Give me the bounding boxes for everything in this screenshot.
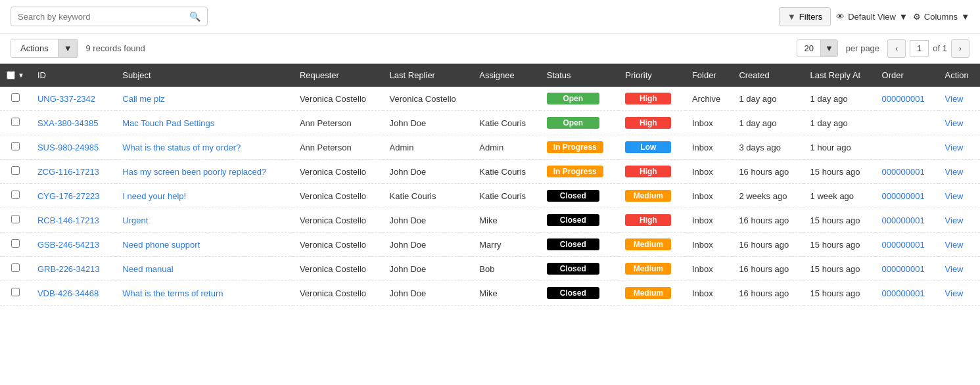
th-created: Created bbox=[732, 64, 803, 87]
row-action[interactable]: View bbox=[939, 184, 980, 208]
row-last-replier: John Doe bbox=[383, 257, 473, 281]
priority-badge: Medium bbox=[625, 238, 671, 250]
row-order[interactable]: 000000001 bbox=[875, 184, 939, 208]
row-order[interactable]: 000000001 bbox=[875, 281, 939, 306]
row-last-reply-at: 15 hours ago bbox=[804, 233, 875, 257]
left-controls: Actions ▼ 9 records found bbox=[11, 39, 145, 58]
row-action[interactable]: View bbox=[939, 208, 980, 233]
row-action[interactable]: View bbox=[939, 281, 980, 306]
row-action[interactable]: View bbox=[939, 135, 980, 160]
table-row: UNG-337-2342 Call me plz Veronica Costel… bbox=[0, 87, 980, 111]
filters-button[interactable]: ▼ Filters bbox=[779, 7, 831, 26]
th-checkbox: ▼ bbox=[0, 64, 31, 87]
row-order[interactable] bbox=[875, 135, 939, 160]
row-priority: High bbox=[618, 111, 686, 135]
status-badge: Open bbox=[547, 93, 599, 104]
priority-badge: Medium bbox=[625, 287, 671, 299]
row-last-reply-at: 15 hours ago bbox=[804, 281, 875, 306]
row-checkbox[interactable] bbox=[11, 263, 20, 272]
row-order[interactable]: 000000001 bbox=[875, 208, 939, 233]
row-status: Closed bbox=[540, 281, 619, 306]
row-id: GRB-226-34213 bbox=[31, 257, 116, 281]
select-all-checkbox[interactable] bbox=[7, 71, 15, 79]
row-subject[interactable]: What is the status of my order? bbox=[116, 135, 293, 160]
th-priority: Priority bbox=[618, 64, 686, 87]
row-folder: Inbox bbox=[686, 257, 732, 281]
row-status: Open bbox=[540, 111, 619, 135]
row-order[interactable] bbox=[875, 111, 939, 135]
row-last-reply-at: 1 week ago bbox=[804, 184, 875, 208]
row-order[interactable]: 000000001 bbox=[875, 160, 939, 184]
row-checkbox[interactable] bbox=[11, 166, 20, 175]
row-checkbox[interactable] bbox=[11, 93, 20, 102]
row-checkbox[interactable] bbox=[11, 142, 20, 150]
priority-badge: Medium bbox=[625, 190, 671, 202]
row-action[interactable]: View bbox=[939, 111, 980, 135]
columns-button[interactable]: ⚙ Columns ▼ bbox=[913, 12, 969, 22]
th-requester: Requester bbox=[293, 64, 383, 87]
search-icon: 🔍 bbox=[189, 11, 200, 22]
row-assignee: Marry bbox=[473, 233, 540, 257]
row-subject[interactable]: What is the terms of return bbox=[116, 281, 293, 306]
row-status: Closed bbox=[540, 184, 619, 208]
row-checkbox[interactable] bbox=[11, 118, 20, 126]
row-folder: Inbox bbox=[686, 184, 732, 208]
actions-dropdown[interactable]: Actions ▼ bbox=[11, 39, 78, 58]
row-checkbox[interactable] bbox=[11, 239, 20, 248]
row-subject[interactable]: Call me plz bbox=[116, 87, 293, 111]
search-input[interactable] bbox=[18, 12, 189, 22]
row-checkbox[interactable] bbox=[11, 215, 20, 223]
row-subject[interactable]: I need your help! bbox=[116, 184, 293, 208]
actions-arrow-icon[interactable]: ▼ bbox=[58, 39, 78, 57]
priority-badge: High bbox=[625, 214, 671, 226]
row-checkbox-cell bbox=[0, 257, 31, 281]
row-created: 16 hours ago bbox=[732, 160, 803, 184]
row-action[interactable]: View bbox=[939, 257, 980, 281]
row-status: Closed bbox=[540, 208, 619, 233]
table-row: GSB-246-54213 Need phone support Veronic… bbox=[0, 233, 980, 257]
row-created: 16 hours ago bbox=[732, 233, 803, 257]
row-id: RCB-146-17213 bbox=[31, 208, 116, 233]
next-page-button[interactable]: › bbox=[951, 39, 969, 58]
prev-page-button[interactable]: ‹ bbox=[887, 39, 906, 58]
row-priority: High bbox=[618, 160, 686, 184]
row-created: 1 day ago bbox=[732, 111, 803, 135]
row-checkbox[interactable] bbox=[11, 288, 20, 296]
per-page-select[interactable]: 20 ▼ bbox=[797, 39, 837, 57]
row-created: 2 weeks ago bbox=[732, 184, 803, 208]
row-order[interactable]: 000000001 bbox=[875, 257, 939, 281]
row-last-reply-at: 15 hours ago bbox=[804, 208, 875, 233]
row-order[interactable]: 000000001 bbox=[875, 233, 939, 257]
row-subject[interactable]: Urgent bbox=[116, 208, 293, 233]
row-id: VDB-426-34468 bbox=[31, 281, 116, 306]
search-box[interactable]: 🔍 bbox=[11, 7, 208, 26]
row-checkbox-cell bbox=[0, 111, 31, 135]
default-view-button[interactable]: 👁 Default View ▼ bbox=[836, 12, 908, 22]
row-last-replier: John Doe bbox=[383, 233, 473, 257]
row-action[interactable]: View bbox=[939, 87, 980, 111]
row-subject[interactable]: Mac Touch Pad Settings bbox=[116, 111, 293, 135]
row-id: GSB-246-54213 bbox=[31, 233, 116, 257]
row-folder: Inbox bbox=[686, 233, 732, 257]
table-row: ZCG-116-17213 Has my screen been poorly … bbox=[0, 160, 980, 184]
table-row: SUS-980-24985 What is the status of my o… bbox=[0, 135, 980, 160]
row-order[interactable]: 000000001 bbox=[875, 87, 939, 111]
row-action[interactable]: View bbox=[939, 160, 980, 184]
row-assignee: Mike bbox=[473, 281, 540, 306]
chevron-down-icon-2: ▼ bbox=[961, 12, 969, 22]
row-checkbox[interactable] bbox=[11, 191, 20, 199]
row-last-replier: John Doe bbox=[383, 160, 473, 184]
row-priority: High bbox=[618, 87, 686, 111]
per-page-arrow-icon[interactable]: ▼ bbox=[820, 40, 837, 57]
th-checkbox-arrow[interactable]: ▼ bbox=[18, 72, 24, 79]
row-checkbox-cell bbox=[0, 87, 31, 111]
row-subject[interactable]: Need phone support bbox=[116, 233, 293, 257]
th-assignee: Assignee bbox=[473, 64, 540, 87]
row-created: 1 day ago bbox=[732, 87, 803, 111]
row-subject[interactable]: Need manual bbox=[116, 257, 293, 281]
top-right-controls: ▼ Filters 👁 Default View ▼ ⚙ Columns ▼ bbox=[779, 7, 969, 26]
row-action[interactable]: View bbox=[939, 233, 980, 257]
row-folder: Inbox bbox=[686, 111, 732, 135]
row-folder: Inbox bbox=[686, 160, 732, 184]
row-subject[interactable]: Has my screen been poorly replaced? bbox=[116, 160, 293, 184]
